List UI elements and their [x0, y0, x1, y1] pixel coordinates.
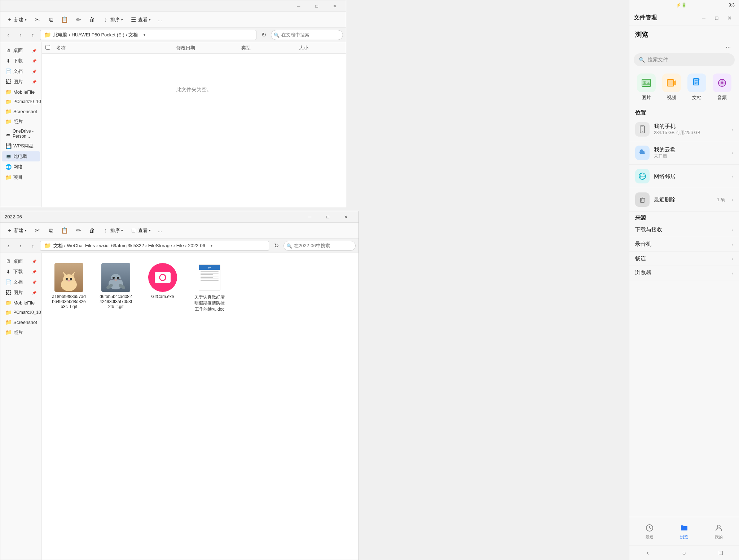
more-button[interactable]: ...	[155, 15, 165, 24]
sort-button-b[interactable]: ↕ 排序 ▾	[100, 226, 126, 235]
search-bar[interactable]: 🔍 搜索文件	[634, 53, 735, 66]
category-documents[interactable]: 文档	[686, 74, 708, 101]
status-icons: ⚡🔋	[676, 3, 687, 8]
sidebar-item-documents[interactable]: 📄 文档 📌	[2, 66, 40, 76]
maximize-button-bottom[interactable]: □	[320, 211, 336, 223]
search-input[interactable]	[271, 30, 343, 40]
minimize-button[interactable]: ─	[290, 0, 307, 12]
svg-point-33	[721, 82, 723, 84]
sidebar-item-photos[interactable]: 📁 照片	[2, 116, 40, 126]
pc-icon: 💻	[5, 154, 11, 159]
home-sys-button[interactable]: ○	[677, 546, 691, 560]
back-button-b[interactable]: ‹	[3, 241, 13, 251]
minimize-icon[interactable]: ─	[699, 13, 709, 23]
nav-recent[interactable]: 最近	[639, 521, 660, 541]
sidebar-item-this-pc[interactable]: 💻 此电脑	[2, 151, 40, 161]
chevron-down-icon[interactable]: ▾	[207, 241, 216, 251]
sidebar-item-pcmark[interactable]: 📁 PCmark10_1075...	[2, 97, 40, 106]
location-cloud[interactable]: 我的云盘 未开启 ›	[629, 141, 739, 165]
category-pictures[interactable]: 图片	[635, 74, 657, 101]
file-name: a18bbf9f83657adb649d3ebd8d32eb3c_t.gif	[52, 294, 86, 309]
sidebar-item-pictures-b[interactable]: 🖼 图片 📌	[2, 288, 40, 298]
address-input[interactable]: 📁 此电脑 › HUAWEI P50 Pocket (E:) › 文档 ▾	[40, 30, 256, 40]
folder-yellow-icon: 📁	[5, 108, 11, 114]
chevron-down-icon[interactable]: ▾	[140, 30, 149, 40]
up-button-b[interactable]: ↑	[28, 241, 38, 251]
close-button[interactable]: ✕	[326, 0, 343, 12]
folder-icon: 📁	[44, 31, 51, 38]
sidebar-item-documents-b[interactable]: 📄 文档 📌	[2, 277, 40, 287]
up-button[interactable]: ↑	[28, 30, 38, 40]
location-phone[interactable]: 我的手机 234.15 GB 可用/256 GB ›	[629, 118, 739, 141]
category-audio[interactable]: 音频	[711, 74, 733, 101]
nav-browse[interactable]: 浏览	[673, 521, 695, 541]
rename-button[interactable]: ✏	[72, 15, 84, 25]
source-recorder[interactable]: 录音机 ›	[629, 237, 739, 252]
refresh-button[interactable]: ↻	[259, 30, 269, 40]
address-input-bottom[interactable]: 📁 文档 › WeChat Files › wxid_69afmcj3kl532…	[40, 241, 269, 251]
location-network[interactable]: 网络邻居 ›	[629, 165, 739, 188]
search-input-bottom[interactable]	[283, 241, 356, 251]
refresh-button-b[interactable]: ↻	[271, 241, 281, 251]
sidebar-item-wps[interactable]: 💾 WPS网盘	[2, 141, 40, 151]
new-button-b[interactable]: ＋ 新建 ▾	[3, 226, 30, 235]
list-item[interactable]: W	[190, 260, 229, 315]
sidebar-item-onedrive[interactable]: ☁ OneDrive - Person...	[2, 127, 40, 141]
back-button[interactable]: ‹	[3, 30, 13, 40]
close-icon[interactable]: ✕	[725, 13, 735, 23]
category-videos[interactable]: 视频	[661, 74, 682, 101]
maximize-icon[interactable]: □	[712, 13, 722, 23]
back-sys-button[interactable]: ‹	[641, 546, 655, 560]
copy-button[interactable]: ⧉	[45, 15, 57, 25]
location-trash[interactable]: 最近删除 1 项 ›	[629, 188, 739, 212]
rename-button-b[interactable]: ✏	[72, 226, 84, 235]
menu-icon[interactable]: ···	[723, 42, 733, 52]
sidebar-item-desktop-b[interactable]: 🖥 桌面 📌	[2, 256, 40, 266]
sidebar-item-downloads-b[interactable]: ⬇ 下载 📌	[2, 267, 40, 277]
delete-button-b[interactable]: 🗑	[86, 226, 98, 235]
list-item[interactable]: GifCam.exe	[143, 260, 182, 315]
sidebar-item-photos-b[interactable]: 📁 照片	[2, 327, 40, 337]
sidebar-item-pictures[interactable]: 🖼 图片 📌	[2, 77, 40, 87]
source-download[interactable]: 下载与接收 ›	[629, 223, 739, 237]
select-all-checkbox[interactable]	[45, 45, 50, 50]
paste-button-b[interactable]: 📋	[58, 226, 71, 235]
word-icon-header: W	[199, 265, 220, 270]
check-all[interactable]	[45, 45, 56, 51]
list-item[interactable]: d6fbb5b4cad082424930f3af7053f2fb_t.gif	[96, 260, 136, 315]
sidebar-item-downloads[interactable]: ⬇ 下载 📌	[2, 56, 40, 66]
sidebar-item-screenshot[interactable]: 📁 Screenshot	[2, 107, 40, 116]
forward-button[interactable]: ›	[16, 30, 26, 40]
trash-badge: 1 项	[717, 197, 725, 203]
list-item[interactable]: a18bbf9f83657adb649d3ebd8d32eb3c_t.gif	[49, 260, 89, 315]
cut-button[interactable]: ✂	[31, 15, 43, 25]
source-browser[interactable]: 浏览器 ›	[629, 266, 739, 280]
sort-button[interactable]: ↕ 排序 ▾	[100, 15, 126, 25]
sidebar-item-network[interactable]: 🌐 网络	[2, 162, 40, 172]
source-connect[interactable]: 畅连 ›	[629, 252, 739, 266]
more-button-b[interactable]: ...	[155, 226, 165, 235]
cut-button-b[interactable]: ✂	[31, 226, 43, 235]
maximize-button[interactable]: □	[308, 0, 325, 12]
close-button-bottom[interactable]: ✕	[338, 211, 354, 223]
paste-button[interactable]: 📋	[58, 15, 71, 25]
sidebar-item-projects[interactable]: 📁 项目	[2, 172, 40, 182]
pin-icon: 📌	[32, 280, 36, 284]
svg-point-4	[66, 278, 68, 280]
new-button[interactable]: ＋ 新建 ▾	[3, 15, 30, 25]
minimize-button-bottom[interactable]: ─	[302, 211, 318, 223]
network-name: 网络邻居	[654, 173, 727, 180]
copy-button-b[interactable]: ⧉	[45, 226, 57, 235]
recents-sys-button[interactable]: □	[713, 546, 728, 560]
forward-button-b[interactable]: ›	[16, 241, 26, 251]
sidebar-item-mobilefile-b[interactable]: 📁 MobileFile	[2, 298, 40, 307]
sidebar-item-desktop[interactable]: 🖥 桌面 📌	[2, 45, 40, 55]
sidebar-item-screenshot-b[interactable]: 📁 Screenshot	[2, 317, 40, 327]
chevron-down-icon: ▾	[25, 229, 27, 232]
view-button[interactable]: ☰ 查看 ▾	[127, 15, 154, 25]
sidebar-item-mobilefile[interactable]: 📁 MobileFile	[2, 87, 40, 97]
delete-button[interactable]: 🗑	[86, 15, 98, 25]
view-button-b[interactable]: □ 查看 ▾	[127, 226, 154, 235]
sidebar-item-pcmark-b[interactable]: 📁 PCmark10_1075...	[2, 308, 40, 317]
nav-profile[interactable]: 我的	[708, 521, 730, 541]
